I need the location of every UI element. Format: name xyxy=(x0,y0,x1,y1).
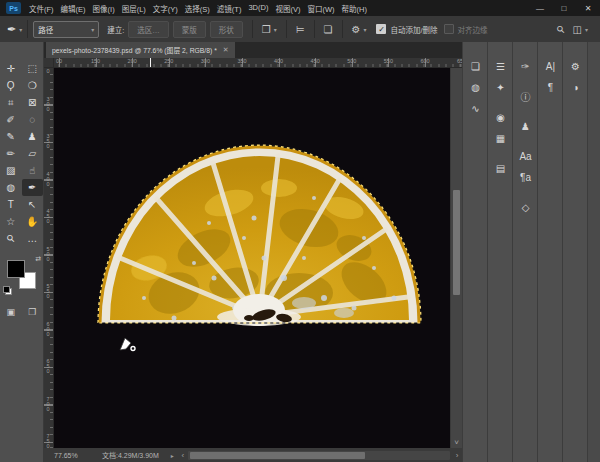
elliptical-marquee-tool[interactable]: ◌ xyxy=(22,111,44,128)
rect-marquee-tool[interactable]: ⬚ xyxy=(22,60,44,77)
tab-close-icon[interactable]: ✕ xyxy=(223,46,229,54)
paragraph-panel-icon[interactable]: ¶ xyxy=(538,77,563,98)
3d-panel-icon[interactable]: ◇ xyxy=(513,197,538,218)
move-tool[interactable]: ✛ xyxy=(0,60,22,77)
status-flyout-icon[interactable]: ▸ xyxy=(171,452,174,459)
make-shape-button[interactable]: 形状 xyxy=(210,21,243,38)
ruler-label: 750 xyxy=(45,433,51,448)
ruler-label: 450 xyxy=(311,58,320,64)
eraser-tool[interactable]: ▱ xyxy=(22,145,44,162)
align-edges-checkbox[interactable] xyxy=(444,24,454,34)
quick-mask-button[interactable]: ▣ xyxy=(0,303,22,320)
vertical-scrollbar-thumb[interactable] xyxy=(453,190,460,295)
horizontal-ruler[interactable]: 00150200250300350400450500550600650 xyxy=(54,58,462,68)
zoom-level-field[interactable]: 77.65% xyxy=(54,452,88,459)
sponge-tool[interactable]: ◍ xyxy=(0,179,22,196)
chevron-down-icon: ▾ xyxy=(363,26,366,33)
clone-stamp-tool[interactable]: ♟ xyxy=(22,128,44,145)
brush-settings-panel-icon[interactable]: ✑ xyxy=(513,56,538,77)
scroll-left-arrow-icon[interactable]: ‹ xyxy=(178,451,188,460)
menu-item[interactable]: 图层(L) xyxy=(122,3,146,14)
menu-item[interactable]: 图像(I) xyxy=(93,3,115,14)
make-selection-button[interactable]: 选区… xyxy=(128,21,169,38)
menu-item[interactable]: 3D(D) xyxy=(248,3,268,14)
menu-item[interactable]: 文件(F) xyxy=(29,3,54,14)
search-button[interactable]: ⚲ xyxy=(557,24,564,35)
info-panel-icon[interactable]: ⓘ xyxy=(513,86,538,107)
paragraph-styles-panel-icon[interactable]: ¶a xyxy=(513,167,538,188)
ruler-label: 700 xyxy=(45,396,51,411)
direct-selection-tool[interactable]: ↖ xyxy=(22,196,44,213)
canvas[interactable] xyxy=(54,68,450,448)
mixer-brush-tool[interactable]: ✏ xyxy=(0,145,22,162)
quick-selection-tool[interactable]: ❍ xyxy=(22,77,44,94)
foreground-color-swatch[interactable] xyxy=(7,260,25,278)
path-arrangement-button[interactable]: ❏ xyxy=(324,24,333,35)
horizontal-scrollbar-thumb[interactable] xyxy=(190,452,366,459)
smudge-tool[interactable]: ☝ xyxy=(22,162,44,179)
ruler-label: 550 xyxy=(384,58,393,64)
path-alignment-button[interactable]: ⊨ xyxy=(296,24,305,35)
dock-column: ☰✦◉▦▤ xyxy=(487,42,512,462)
tool-preset-picker[interactable]: ✒ ▾ xyxy=(7,23,22,36)
custom-shape-tool[interactable]: ☆ xyxy=(0,213,22,230)
menu-item[interactable]: 帮助(H) xyxy=(342,3,367,14)
scroll-down-arrow-icon[interactable]: ˅ xyxy=(451,436,462,448)
pen-mode-dropdown[interactable]: 路径 ▾ xyxy=(33,21,99,38)
minimize-button[interactable]: — xyxy=(528,0,552,16)
path-operations-button[interactable]: ❐ ▾ xyxy=(262,24,277,35)
menu-item[interactable]: 编辑(E) xyxy=(61,3,86,14)
layers-panel-icon[interactable]: ❏ xyxy=(463,56,488,77)
crop-tool[interactable]: ⌗ xyxy=(0,94,22,111)
dock-group: ◇ xyxy=(513,197,537,218)
clone-source-panel-icon[interactable]: ♟ xyxy=(513,116,538,137)
zoom-tool[interactable]: ⚲ xyxy=(0,230,22,247)
pen-options-gear-button[interactable]: ⚙ ▾ xyxy=(352,24,367,35)
brush-tool[interactable]: ✎ xyxy=(0,128,22,145)
menu-item[interactable]: 窗口(W) xyxy=(307,3,334,14)
eyedropper-tool[interactable]: ✐ xyxy=(0,111,22,128)
menu-item[interactable]: 滤镜(T) xyxy=(217,3,242,14)
pen-tool[interactable]: ✒ xyxy=(22,179,44,196)
vertical-scrollbar[interactable]: ˅ xyxy=(450,68,462,448)
color-panel-icon[interactable]: ◉ xyxy=(488,107,513,128)
ruler-label: 350 xyxy=(237,58,246,64)
properties-panel-icon[interactable]: ⚙ xyxy=(563,56,588,77)
auto-add-delete-checkbox[interactable]: ✓ xyxy=(376,24,386,34)
color-swatches: ⇄ xyxy=(0,257,44,295)
document-tab[interactable]: pexels-photo-2378439.psd @ 77.6% (图层 2, … xyxy=(46,42,235,58)
scroll-right-arrow-icon[interactable]: › xyxy=(452,451,462,460)
close-button[interactable]: ✕ xyxy=(576,0,600,16)
maximize-button[interactable]: □ xyxy=(552,0,576,16)
hand-tool[interactable]: ✋ xyxy=(22,213,44,230)
libraries-panel-icon[interactable]: ▤ xyxy=(488,158,513,179)
swatches-panel-icon[interactable]: ▦ xyxy=(488,128,513,149)
horizontal-scrollbar[interactable] xyxy=(188,451,450,460)
character-styles-panel-icon[interactable]: Aa xyxy=(513,146,538,167)
paths-panel-icon[interactable]: ∿ xyxy=(463,98,488,119)
chevron-down-icon: ▾ xyxy=(91,26,94,33)
navigator-panel-icon[interactable]: ◑ xyxy=(563,77,588,98)
channels-panel-icon[interactable]: ◍ xyxy=(463,77,488,98)
menu-item[interactable]: 选择(S) xyxy=(185,3,210,14)
swap-colors-icon[interactable]: ⇄ xyxy=(35,255,41,263)
tool-row: ⚲… xyxy=(0,230,43,247)
more-tools[interactable]: … xyxy=(22,230,44,247)
adjustments-panel-icon[interactable]: ☰ xyxy=(488,56,513,77)
default-colors-icon[interactable] xyxy=(3,286,12,295)
gradient-tool[interactable]: ▨ xyxy=(0,162,22,179)
character-panel-icon[interactable]: A| xyxy=(538,56,563,77)
screen-mode-button[interactable]: ❐ xyxy=(22,303,44,320)
menu-item[interactable]: 文字(Y) xyxy=(153,3,178,14)
lasso-tool[interactable]: Ϙ xyxy=(0,77,22,94)
type-tool[interactable]: T xyxy=(0,196,22,213)
styles-panel-icon[interactable]: ✦ xyxy=(488,77,513,98)
path-arrangement-icon: ❏ xyxy=(324,24,333,35)
make-mask-button[interactable]: 蒙版 xyxy=(173,21,206,38)
vertical-ruler[interactable]: 250300350400450500550600650700750 xyxy=(44,68,54,448)
workspace-switcher[interactable]: ◫ ▾ xyxy=(573,24,588,35)
auto-add-delete-label: 自动添加/删除 xyxy=(390,24,437,35)
magic-wand-tool[interactable]: ⊠ xyxy=(22,94,44,111)
ruler-label: 650 xyxy=(45,358,51,373)
menu-item[interactable]: 视图(V) xyxy=(275,3,300,14)
